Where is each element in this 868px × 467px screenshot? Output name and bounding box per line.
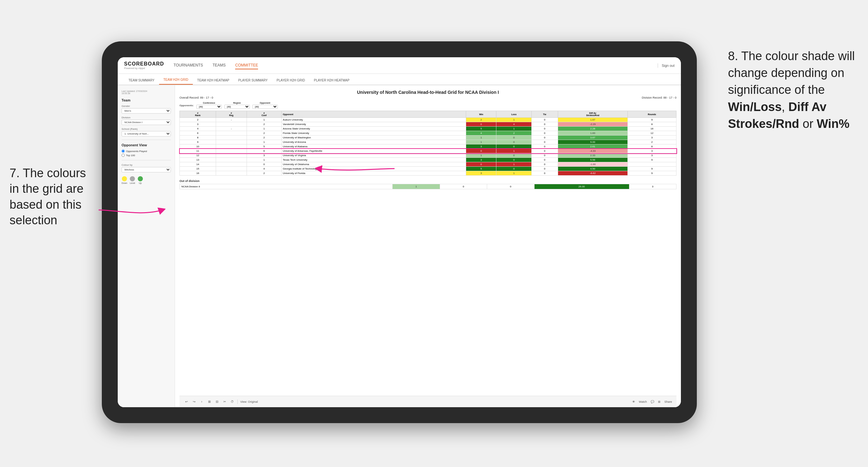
cell-reg <box>216 171 247 176</box>
tab-team-h2h-heatmap[interactable]: TEAM H2H HEATMAP <box>193 76 234 85</box>
colour-by-select[interactable]: Win/loss <box>122 167 171 173</box>
bottom-toolbar: ↩ ↪ › ⊞ ⊟ ✂ ⏱ View: Original 👁 Watch 💬 ⊞… <box>180 396 677 407</box>
tab-player-h2h-grid[interactable]: PLAYER H2H GRID <box>272 76 309 85</box>
school-select[interactable]: 1. University of Nort... <box>122 131 171 136</box>
cell-opponent: Florida State University <box>281 131 466 135</box>
share-label[interactable]: Share <box>664 400 672 403</box>
table-row: 9 1 University of Arizona 1 0 0 9.00 2 <box>180 140 677 145</box>
cell-reg: - <box>216 118 247 122</box>
cell-reg: - <box>216 127 247 131</box>
radio-top100[interactable]: Top 100 <box>122 154 171 157</box>
grid-title: University of North Carolina Head-to-Hea… <box>180 90 677 95</box>
out-win: 1 <box>393 184 440 189</box>
logo-area: SCOREBOARD Powered by clippd <box>124 61 164 70</box>
sidebar-team-title: Team <box>122 98 171 102</box>
cell-rank: 16 <box>180 171 216 176</box>
cell-diff: 1.67 <box>558 118 627 122</box>
cell-diff: 2.33 <box>558 153 627 158</box>
view-label[interactable]: View: Original <box>240 400 258 403</box>
cell-conf: 1 <box>247 118 281 122</box>
cell-conf: 1 <box>247 158 281 162</box>
cell-tie: 0 <box>531 149 558 153</box>
table-row: 15 4 Georgia Institute of Technology 5 0… <box>180 167 677 171</box>
conference-filter-label: Conference <box>196 102 222 104</box>
conference-filter-select[interactable]: (All) <box>196 105 222 109</box>
table-row: 16 2 University of Florida 3 1 0 -6.62 9 <box>180 171 677 176</box>
cell-conf: 1 <box>247 140 281 145</box>
cell-opponent: University of Alabama <box>281 145 466 149</box>
cell-rounds: 12 <box>627 131 676 135</box>
cell-tie: 0 <box>531 145 558 149</box>
cell-tie: 0 <box>531 153 558 158</box>
forward-icon[interactable]: › <box>199 399 204 404</box>
out-division-name: NCAA Division II <box>180 184 393 189</box>
opponent-view-label: Opponent View <box>122 143 171 147</box>
cell-diff: 1.83 <box>558 131 627 135</box>
cell-rounds: 3 <box>627 149 676 153</box>
undo-icon[interactable]: ↩ <box>184 399 189 404</box>
cell-win: 1 <box>466 153 496 158</box>
cut-icon[interactable]: ✂ <box>222 399 227 404</box>
col-tie: Tie <box>531 111 558 118</box>
cell-diff: -6.62 <box>558 171 627 176</box>
tab-team-h2h-grid[interactable]: TEAM H2H GRID <box>159 75 193 85</box>
cell-rank: 12 <box>180 153 216 158</box>
cell-rank: 13 <box>180 158 216 162</box>
cell-loss: 0 <box>496 135 532 140</box>
tab-player-summary[interactable]: PLAYER SUMMARY <box>234 76 272 85</box>
cell-loss: 1 <box>496 162 532 167</box>
copy-icon[interactable]: ⊞ <box>207 399 212 404</box>
radio-top100-input[interactable] <box>122 154 125 157</box>
annotation-right-bold1: Win/Loss <box>728 100 782 114</box>
nav-tournaments[interactable]: TOURNAMENTS <box>174 62 203 69</box>
tab-team-summary[interactable]: TEAM SUMMARY <box>124 76 159 85</box>
table-row: 8 2 University of Washington 1 0 0 3.67 … <box>180 135 677 140</box>
cell-win: 5 <box>466 167 496 171</box>
paste-icon[interactable]: ⊟ <box>214 399 220 404</box>
sign-out-button[interactable]: Sign out <box>662 64 675 67</box>
cell-tie: 0 <box>531 135 558 140</box>
annotation-right-text1: 8. The colour shade will change dependin… <box>728 49 855 96</box>
watch-label[interactable]: Watch <box>639 400 647 403</box>
cell-tie: 0 <box>531 131 558 135</box>
legend-down-label: Down <box>122 182 127 184</box>
cell-rounds: 9 <box>627 118 676 122</box>
radio-opponents-played-input[interactable] <box>122 150 125 153</box>
nav-committee[interactable]: COMMITTEE <box>235 62 258 69</box>
cell-win: 0 <box>466 149 496 153</box>
opponent-filter-select[interactable]: (All) <box>252 105 278 109</box>
out-tie: 0 <box>487 184 534 189</box>
nav-teams[interactable]: TEAMS <box>213 62 225 69</box>
cell-opponent: University of Washington <box>281 135 466 140</box>
main-content: Last Updated: 27/03/2024 16:55:38 Team G… <box>118 85 681 407</box>
school-label: School (Rank) <box>122 128 171 130</box>
cell-rank: 8 <box>180 135 216 140</box>
arrow-right-svg <box>315 159 398 178</box>
cell-loss: 0 <box>496 167 532 171</box>
cell-loss: 1 <box>496 149 532 153</box>
cell-rounds: 8 <box>627 145 676 149</box>
comment-icon[interactable]: 💬 <box>651 400 654 403</box>
header-divider <box>658 63 658 68</box>
table-row: 2 - 1 Auburn University 2 1 0 1.67 9 <box>180 118 677 122</box>
cell-diff: 2.61 <box>558 145 627 149</box>
gender-select[interactable]: Men's <box>122 108 171 114</box>
region-filter-select[interactable]: (All) <box>224 105 250 109</box>
annotation-right-bold3: Win% <box>817 117 849 130</box>
cell-loss: 0 <box>496 145 532 149</box>
cell-win: 1 <box>466 135 496 140</box>
cell-tie: 0 <box>531 140 558 145</box>
tab-player-h2h-heatmap[interactable]: PLAYER H2H HEATMAP <box>310 76 354 85</box>
legend-down-dot <box>122 176 127 181</box>
clock-icon[interactable]: ⏱ <box>230 399 235 404</box>
cell-reg <box>216 131 247 135</box>
cell-rounds: 8 <box>627 122 676 127</box>
redo-icon[interactable]: ↪ <box>191 399 197 404</box>
table-row: 6 2 Florida State University 4 2 0 1.83 … <box>180 131 677 135</box>
cell-conf: 5 <box>247 145 281 149</box>
cell-rounds: 16 <box>627 127 676 131</box>
tablet-frame: SCOREBOARD Powered by clippd TOURNAMENTS… <box>102 41 697 423</box>
radio-opponents-played[interactable]: Opponents Played <box>122 150 171 153</box>
grid-icon[interactable]: ⊞ <box>658 400 660 403</box>
division-select[interactable]: NCAA Division I <box>122 120 171 125</box>
